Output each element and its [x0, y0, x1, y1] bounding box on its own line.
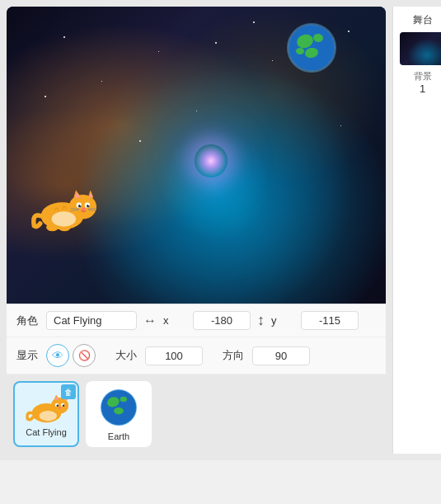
svg-point-38: [39, 411, 56, 421]
svg-point-19: [82, 208, 86, 210]
x-arrow-icon: ↔: [143, 313, 157, 328]
stage-thumb-bg: [400, 32, 441, 65]
role-label: 角色: [16, 313, 40, 328]
delete-sprite-button[interactable]: 🗑: [61, 384, 76, 399]
svg-point-26: [52, 211, 77, 226]
sprite-library: 🗑: [7, 374, 386, 454]
y-input[interactable]: [301, 311, 359, 330]
stage-background: [7, 7, 386, 304]
sprite-item-cat-flying[interactable]: 🗑: [13, 381, 79, 447]
size-input[interactable]: [145, 346, 203, 365]
info-row-2: 显示 👁 🚫 大小 方向: [7, 337, 386, 374]
stage-panel-label: 舞台: [413, 13, 433, 27]
sprite-info-panel: 角色 ↔ x ↕ y 显示 👁 🚫: [7, 304, 386, 454]
svg-point-28: [50, 398, 68, 414]
svg-point-35: [56, 404, 59, 407]
y-label: y: [271, 314, 294, 327]
cost-value: 1: [420, 82, 425, 95]
sprite-label-cat: Cat Flying: [26, 427, 67, 437]
eye-slash-icon: 🚫: [78, 350, 91, 361]
size-label: 大小: [115, 348, 138, 363]
svg-point-18: [88, 205, 89, 205]
sprite-label-earth: Earth: [108, 431, 129, 441]
nebula-glow: [195, 144, 228, 177]
eye-icon: 👁: [52, 349, 63, 362]
svg-point-37: [59, 407, 61, 409]
svg-point-36: [62, 404, 64, 407]
svg-point-4: [296, 48, 304, 54]
direction-label: 方向: [223, 348, 246, 363]
svg-point-41: [120, 397, 127, 403]
main-wrapper: 角色 ↔ x ↕ y 显示 👁 🚫: [0, 0, 441, 460]
svg-point-17: [80, 205, 81, 205]
y-arrow-icon: ↕: [257, 312, 265, 329]
show-visible-button[interactable]: 👁: [46, 344, 69, 367]
stage-panel: 舞台 背景 1: [392, 7, 441, 454]
svg-point-42: [114, 407, 124, 414]
x-label: x: [163, 314, 186, 327]
stage-thumbnail[interactable]: [400, 32, 441, 65]
visibility-buttons: 👁 🚫: [46, 344, 96, 367]
direction-input[interactable]: [252, 346, 310, 365]
cat-sprite[interactable]: [27, 184, 101, 238]
show-hidden-button[interactable]: 🚫: [73, 344, 96, 367]
cost-label: 背景: [414, 70, 432, 82]
sprite-item-earth[interactable]: Earth: [86, 381, 152, 447]
sprite-name-input[interactable]: [46, 311, 137, 330]
stage-canvas[interactable]: [7, 7, 386, 304]
x-input[interactable]: [193, 311, 251, 330]
info-row-1: 角色 ↔ x ↕ y: [7, 304, 386, 337]
stage-wrapper: 角色 ↔ x ↕ y 显示 👁 🚫: [7, 7, 386, 454]
show-label: 显示: [16, 348, 40, 363]
earth-sprite[interactable]: [287, 23, 336, 73]
